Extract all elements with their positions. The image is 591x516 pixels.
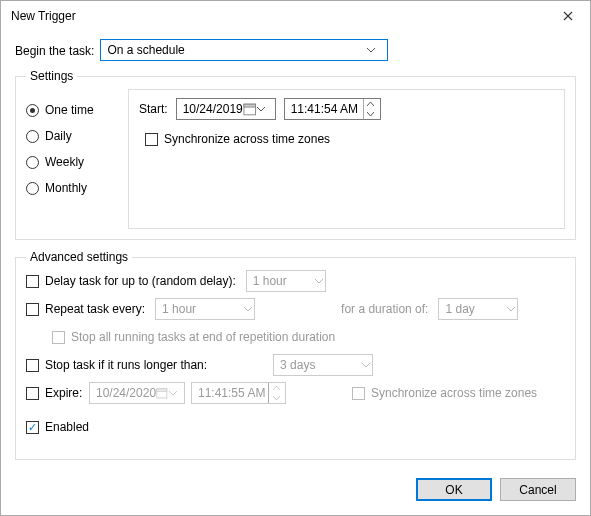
chevron-down-icon (269, 393, 283, 403)
settings-group: Settings One time Daily Weekly (15, 69, 576, 240)
enabled-label: Enabled (45, 420, 89, 434)
delay-value-dropdown[interactable]: 1 hour (246, 270, 326, 292)
repeat-duration-label: for a duration of: (341, 302, 428, 316)
repeat-duration-dropdown[interactable]: 1 day (438, 298, 518, 320)
delay-value: 1 hour (253, 274, 287, 288)
radio-icon (26, 182, 39, 195)
chevron-down-icon (507, 307, 515, 312)
stop-at-end-row: Stop all running tasks at end of repetit… (52, 326, 565, 348)
expire-date-value: 10/24/2020 (96, 386, 156, 400)
spinner-icon (268, 383, 283, 403)
stop-at-end-label: Stop all running tasks at end of repetit… (71, 330, 335, 344)
schedule-option-daily[interactable]: Daily (26, 123, 118, 149)
radio-icon (26, 156, 39, 169)
repeat-value-dropdown[interactable]: 1 hour (155, 298, 255, 320)
schedule-radio-group: One time Daily Weekly Monthly (26, 89, 118, 229)
sync-timezones-label: Synchronize across time zones (164, 132, 330, 146)
stop-at-end-checkbox (52, 331, 65, 344)
dialog-buttons: OK Cancel (15, 470, 576, 501)
settings-legend: Settings (26, 69, 77, 83)
stop-if-checkbox[interactable] (26, 359, 39, 372)
new-trigger-dialog: New Trigger Begin the task: On a schedul… (0, 0, 591, 516)
repeat-value: 1 hour (162, 302, 196, 316)
schedule-option-weekly[interactable]: Weekly (26, 149, 118, 175)
chevron-down-icon (257, 107, 272, 112)
delay-label: Delay task for up to (random delay): (45, 274, 236, 288)
sync-timezones-checkbox[interactable] (145, 133, 158, 146)
svg-rect-1 (244, 104, 256, 107)
repeat-duration-value: 1 day (445, 302, 474, 316)
start-date-picker[interactable]: 10/24/2019 (176, 98, 276, 120)
start-label: Start: (139, 102, 168, 116)
repeat-checkbox[interactable] (26, 303, 39, 316)
expire-label: Expire: (45, 386, 83, 400)
chevron-down-icon (367, 48, 383, 53)
delay-checkbox[interactable] (26, 275, 39, 288)
expire-time-value: 11:41:55 AM (198, 386, 265, 400)
calendar-icon (156, 386, 168, 400)
expire-row: Expire: 10/24/2020 11:41:55 AM Synchroni… (26, 382, 565, 404)
chevron-down-icon (315, 279, 323, 284)
cancel-button[interactable]: Cancel (500, 478, 576, 501)
expire-date-picker[interactable]: 10/24/2020 (89, 382, 185, 404)
radio-label: Monthly (45, 181, 87, 195)
schedule-option-monthly[interactable]: Monthly (26, 175, 118, 201)
repeat-row: Repeat task every: 1 hour for a duration… (26, 298, 565, 320)
expire-sync-checkbox (352, 387, 365, 400)
ok-button[interactable]: OK (416, 478, 492, 501)
begin-task-value: On a schedule (107, 43, 367, 57)
begin-task-label: Begin the task: (15, 43, 94, 58)
radio-icon (26, 104, 39, 117)
repeat-label: Repeat task every: (45, 302, 145, 316)
delay-row: Delay task for up to (random delay): 1 h… (26, 270, 565, 292)
start-time-value: 11:41:54 AM (291, 102, 358, 116)
expire-sync-label: Synchronize across time zones (371, 386, 537, 400)
chevron-down-icon (244, 307, 252, 312)
enabled-row: Enabled (26, 416, 565, 438)
svg-rect-3 (157, 389, 167, 391)
enabled-checkbox[interactable] (26, 421, 39, 434)
chevron-down-icon (169, 391, 182, 396)
radio-icon (26, 130, 39, 143)
start-date-value: 10/24/2019 (183, 102, 243, 116)
radio-label: Weekly (45, 155, 84, 169)
advanced-settings-group: Advanced settings Delay task for up to (… (15, 250, 576, 460)
expire-time-picker[interactable]: 11:41:55 AM (191, 382, 286, 404)
radio-label: Daily (45, 129, 72, 143)
expire-checkbox[interactable] (26, 387, 39, 400)
titlebar: New Trigger (1, 1, 590, 31)
radio-label: One time (45, 103, 94, 117)
close-button[interactable] (545, 1, 590, 31)
stop-if-value-dropdown[interactable]: 3 days (273, 354, 373, 376)
close-icon (563, 11, 573, 21)
stop-if-label: Stop task if it runs longer than: (45, 358, 207, 372)
spinner-icon (363, 99, 378, 119)
content-area: Begin the task: On a schedule Settings O… (1, 31, 590, 515)
advanced-legend: Advanced settings (26, 250, 132, 264)
chevron-up-icon[interactable] (364, 99, 378, 109)
chevron-up-icon (269, 383, 283, 393)
window-title: New Trigger (11, 9, 545, 23)
start-panel: Start: 10/24/2019 11:41:54 AM (128, 89, 565, 229)
begin-task-dropdown[interactable]: On a schedule (100, 39, 388, 61)
chevron-down-icon (362, 363, 370, 368)
start-time-picker[interactable]: 11:41:54 AM (284, 98, 381, 120)
stop-if-value: 3 days (280, 358, 315, 372)
schedule-option-one-time[interactable]: One time (26, 97, 118, 123)
stop-if-row: Stop task if it runs longer than: 3 days (26, 354, 565, 376)
chevron-down-icon[interactable] (364, 109, 378, 119)
calendar-icon (243, 102, 257, 116)
begin-task-row: Begin the task: On a schedule (15, 39, 576, 61)
